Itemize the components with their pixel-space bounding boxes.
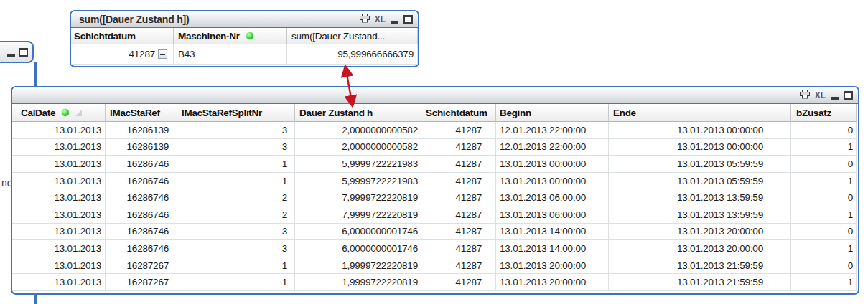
table-cell-bzusatz[interactable]: 0 <box>791 224 857 241</box>
table-cell-caldate[interactable]: 13.01.2013 <box>12 206 106 224</box>
table-cell-bzusatz[interactable]: 0 <box>791 156 857 173</box>
table-cell-lmacstarefsplitnr[interactable]: 3 <box>177 240 295 257</box>
table-cell-lmacstaref[interactable]: 16287267 <box>106 257 177 275</box>
column-header-beginn[interactable]: Beginn <box>496 104 609 122</box>
table-cell-caldate[interactable]: 13.01.2013 <box>12 122 106 139</box>
table-cell-bzusatz[interactable]: 1 <box>791 240 857 257</box>
table-cell-beginn[interactable]: 13.01.2013 06:00:00 <box>496 206 609 224</box>
table-cell-beginn[interactable]: 12.01.2013 22:00:00 <box>496 139 609 156</box>
table-cell-lmacstaref[interactable]: 16286746 <box>106 224 177 241</box>
table-cell-ende[interactable]: 13.01.2013 21:59:59 <box>609 274 791 291</box>
excel-export-icon[interactable]: XL <box>815 91 826 100</box>
table-cell-caldate[interactable]: 13.01.2013 <box>12 224 106 241</box>
minimize-icon[interactable] <box>831 97 839 100</box>
table-cell-lmacstaref[interactable]: 16286746 <box>106 156 177 173</box>
table-cell-ende[interactable]: 13.01.2013 00:00:00 <box>609 122 791 139</box>
table-cell-schichtdatum[interactable]: 41287 <box>421 224 496 241</box>
table-cell-dauer-zustand-h[interactable]: 6,0000000001746 <box>295 240 421 257</box>
table-cell-dauer-zustand-h[interactable]: 7,9999722220819 <box>295 189 421 206</box>
table-cell-lmacstaref[interactable]: 16286746 <box>106 189 177 206</box>
table-cell-lmacstarefsplitnr[interactable]: 1 <box>177 274 295 291</box>
table-cell-caldate[interactable]: 13.01.2013 <box>12 139 106 156</box>
table-cell-lmacstarefsplitnr[interactable]: 1 <box>177 156 295 173</box>
table-cell-ende[interactable]: 13.01.2013 20:00:00 <box>609 224 791 241</box>
table-cell-caldate[interactable]: 13.01.2013 <box>12 274 106 291</box>
table-cell-schichtdatum[interactable]: 41287 <box>421 206 496 224</box>
table-cell-dauer-zustand-h[interactable]: 5,9999722221983 <box>295 173 421 190</box>
excel-export-icon[interactable]: XL <box>375 15 386 24</box>
column-header-lmacstarefsplitnr[interactable]: lMacStaRefSplitNr <box>177 104 295 122</box>
table-cell-bzusatz[interactable]: 1 <box>791 274 857 291</box>
table-cell-caldate[interactable]: 13.01.2013 <box>12 257 106 275</box>
table-cell-beginn[interactable]: 13.01.2013 14:00:00 <box>496 224 609 241</box>
table-cell-dauer-zustand-h[interactable]: 2,0000000000582 <box>295 139 421 156</box>
table-cell-ende[interactable]: 13.01.2013 00:00:00 <box>609 139 791 156</box>
table-cell-beginn[interactable]: 13.01.2013 06:00:00 <box>496 189 609 206</box>
table-cell-lmacstaref[interactable]: 16286746 <box>106 173 177 190</box>
column-header-schichtdatum[interactable]: Schichtdatum <box>71 28 174 44</box>
table-cell-lmacstarefsplitnr[interactable]: 1 <box>177 173 295 190</box>
table-cell-schichtdatum[interactable]: 41287 <box>421 274 496 291</box>
column-header-bzusatz[interactable]: bZusatz <box>791 104 857 122</box>
table-cell-schichtdatum[interactable]: 41287 <box>421 139 496 156</box>
table-cell-caldate[interactable]: 13.01.2013 <box>12 240 106 257</box>
table-cell-ende[interactable]: 13.01.2013 05:59:59 <box>609 156 791 173</box>
sum-table-caption[interactable]: sum([Dauer Zustand h]) XL <box>71 11 418 28</box>
table-cell-bzusatz[interactable]: 0 <box>791 257 857 275</box>
table-cell-lmacstarefsplitnr[interactable]: 1 <box>177 257 295 275</box>
table-cell-ende[interactable]: 13.01.2013 13:59:59 <box>609 206 791 224</box>
table-cell-beginn[interactable]: 13.01.2013 00:00:00 <box>496 156 609 173</box>
table-cell-lmacstaref[interactable]: 16287267 <box>106 274 177 291</box>
table-cell-lmacstarefsplitnr[interactable]: 3 <box>177 139 295 156</box>
column-header-caldate[interactable]: CalDate <box>12 104 106 122</box>
table-cell-bzusatz[interactable]: 0 <box>791 189 857 206</box>
table-cell-lmacstaref[interactable]: 16286139 <box>106 139 177 156</box>
table-cell-ende[interactable]: 13.01.2013 05:59:59 <box>609 173 791 190</box>
column-header-ende[interactable]: Ende <box>609 104 791 122</box>
table-cell-schichtdatum[interactable]: 41287 <box>421 156 496 173</box>
table-cell-beginn[interactable]: 12.01.2013 22:00:00 <box>496 122 609 139</box>
table-cell-dauer-zustand-h[interactable]: 1,9999722220819 <box>295 257 421 275</box>
table-cell-caldate[interactable]: 13.01.2013 <box>12 156 106 173</box>
table-cell-dauer-zustand-h[interactable]: 5,9999722221983 <box>295 156 421 173</box>
table-cell-lmacstaref[interactable]: 16286139 <box>106 122 177 139</box>
column-header-schichtdatum[interactable]: Schichtdatum <box>421 104 496 122</box>
minimize-icon[interactable] <box>7 54 15 57</box>
table-cell-dauer-zustand-h[interactable]: 7,9999722220819 <box>295 206 421 224</box>
background-window-fragment[interactable] <box>0 41 34 63</box>
table-cell-maschinen-nr[interactable]: B43 <box>174 44 287 65</box>
maximize-icon[interactable] <box>19 48 28 57</box>
table-cell-beginn[interactable]: 13.01.2013 14:00:00 <box>496 240 609 257</box>
table-cell-schichtdatum[interactable]: 41287 <box>421 257 496 275</box>
table-cell-lmacstaref[interactable]: 16286746 <box>106 206 177 224</box>
detail-table-caption[interactable]: XL <box>12 87 858 104</box>
table-cell-bzusatz[interactable]: 0 <box>791 122 857 139</box>
table-cell-schichtdatum[interactable]: 41287 <box>421 189 496 206</box>
table-cell-lmacstarefsplitnr[interactable]: 3 <box>177 224 295 241</box>
table-cell-beginn[interactable]: 13.01.2013 00:00:00 <box>496 173 609 190</box>
table-cell-dauer-zustand-h[interactable]: 1,9999722220819 <box>295 274 421 291</box>
minimize-icon[interactable] <box>391 21 398 24</box>
table-cell-bzusatz[interactable]: 1 <box>791 139 857 156</box>
table-cell-caldate[interactable]: 13.01.2013 <box>12 189 106 206</box>
table-cell-schichtdatum[interactable]: 41287 <box>421 173 496 190</box>
table-cell-dauer-zustand-h[interactable]: 6,0000000001746 <box>295 224 421 241</box>
table-cell-lmacstarefsplitnr[interactable]: 2 <box>177 206 295 224</box>
table-cell-ende[interactable]: 13.01.2013 21:59:59 <box>609 257 791 275</box>
table-cell-schichtdatum[interactable]: 41287 <box>421 240 496 257</box>
table-cell-beginn[interactable]: 13.01.2013 20:00:00 <box>496 257 609 275</box>
table-cell-lmacstarefsplitnr[interactable]: 3 <box>177 122 295 139</box>
printer-icon[interactable] <box>800 89 810 102</box>
table-cell-lmacstarefsplitnr[interactable]: 2 <box>177 189 295 206</box>
table-cell-ende[interactable]: 13.01.2013 13:59:59 <box>609 189 791 206</box>
table-cell-bzusatz[interactable]: 1 <box>791 173 857 190</box>
table-cell-lmacstaref[interactable]: 16286746 <box>106 240 177 257</box>
table-cell-bzusatz[interactable]: 1 <box>791 206 857 224</box>
maximize-icon[interactable] <box>844 91 853 100</box>
table-cell-caldate[interactable]: 13.01.2013 <box>12 173 106 190</box>
column-header-lmacstaref[interactable]: lMacStaRef <box>106 104 177 122</box>
column-header-maschinen-nr[interactable]: Maschinen-Nr <box>174 28 287 44</box>
minus-box-icon[interactable] <box>158 49 167 59</box>
table-cell-dauer-zustand-h[interactable]: 2,0000000000582 <box>295 122 421 139</box>
printer-icon[interactable] <box>360 13 370 26</box>
